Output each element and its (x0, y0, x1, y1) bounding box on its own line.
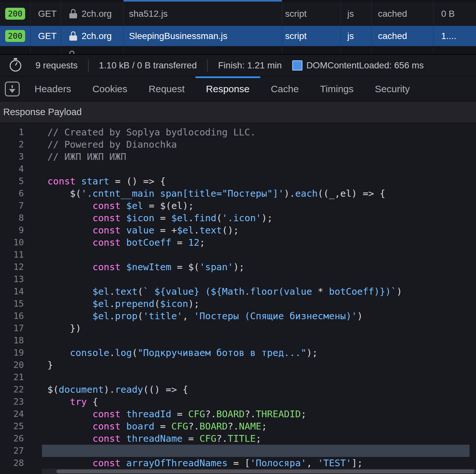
code-token: prop (115, 311, 138, 321)
code-token: { (87, 396, 98, 407)
line-content: $el.prepend($icon); (42, 298, 470, 310)
tab-request[interactable]: Request (138, 76, 195, 101)
code-token: // Created by Soplya bydlocoding LLC. (47, 127, 256, 138)
network-row-partial-bottom (0, 46, 476, 55)
code-token: try (70, 396, 87, 407)
code-token: value (126, 225, 154, 236)
response-payload-header[interactable]: Response Payload (0, 102, 476, 123)
code-token: 'Постеры (Спящие бизнесмены)' (194, 311, 357, 321)
initiator-cell (282, 46, 341, 54)
network-request-row[interactable]: 200GET2ch.orgSleepingBusinessman.jsscrip… (0, 26, 476, 46)
response-payload-title: Response Payload (3, 107, 82, 117)
code-token: . (109, 311, 115, 321)
code-token (121, 421, 126, 432)
code-token: . (194, 225, 199, 236)
code-line: 22$(document).ready(() => { (0, 383, 476, 396)
code-token (47, 433, 93, 444)
code-token: ]; (352, 458, 363, 469)
line-number: 24 (0, 408, 42, 420)
code-token: // Powered by Dianochka (47, 139, 177, 150)
tab-cache[interactable]: Cache (260, 76, 310, 101)
line-number: 13 (0, 273, 42, 285)
code-token: . (109, 286, 115, 297)
code-token: = (154, 212, 171, 223)
line-number: 3 (0, 151, 42, 163)
code-token: '.cntnt__main span[title="Постеры"]' (81, 188, 284, 199)
code-token (47, 421, 93, 432)
code-token (121, 200, 126, 211)
code-line: 7 const $el = $(el); (0, 200, 476, 212)
lock-body (69, 35, 77, 41)
code-token: CFG (199, 433, 216, 444)
code-token: ). (104, 384, 115, 395)
tab-timings[interactable]: Timings (309, 76, 364, 101)
code-token: "Подкручиваем ботов в тред..." (137, 347, 306, 358)
lock-shackle (71, 31, 76, 35)
code-token: arrayOfThreadNames (126, 458, 227, 469)
summary-bar: 9 requests 1.10 kB / 0 B transferred Fin… (0, 55, 476, 76)
size-cell: 0 B (433, 2, 476, 25)
size-cell (433, 46, 476, 54)
horizontal-scrollbar[interactable] (42, 469, 476, 474)
initiator-cell: script (282, 26, 341, 46)
domcontentloaded-swatch-icon (292, 60, 302, 71)
tab-cookies[interactable]: Cookies (82, 76, 138, 101)
line-content: $(document).ready(() => { (42, 383, 470, 396)
code-token: . (109, 347, 115, 358)
code-token: ?. (216, 433, 228, 444)
code-line: 2// Powered by Dianochka (0, 138, 476, 151)
file-cell (124, 0, 282, 2)
transferred-cell (372, 46, 433, 54)
lock-shackle (71, 9, 76, 13)
line-content: const threadName = CFG?.TITLE; (42, 432, 470, 445)
code-token: log (115, 347, 132, 358)
code-token: ); (262, 212, 273, 223)
panel-toggle-icon[interactable] (5, 82, 20, 96)
line-content (42, 249, 470, 261)
line-number: 28 (0, 457, 42, 469)
network-request-row[interactable]: 200GET2ch.orgsha512.jsscriptjscached0 B (0, 2, 476, 26)
line-number: 10 (0, 236, 42, 249)
status-cell (0, 46, 31, 54)
code-token: $icon (160, 298, 188, 309)
code-token: board (126, 421, 154, 432)
code-token: each (295, 188, 318, 199)
code-token: ( (132, 347, 137, 358)
code-token: botCoeff (126, 237, 171, 248)
line-number: 6 (0, 187, 42, 200)
network-request-rows-mount: 200GET2ch.orgsha512.jsscriptjscached0 B2… (0, 2, 476, 46)
code-token: ?. (228, 421, 239, 432)
code-token: , (183, 311, 194, 321)
code-token: $el (171, 212, 188, 223)
tab-security[interactable]: Security (364, 76, 420, 101)
code-token: ?. (244, 409, 256, 420)
horizontal-scrollbar-thumb[interactable] (56, 469, 475, 473)
code-token: = $( (171, 262, 199, 272)
domain-cell: 2ch.org (61, 26, 124, 46)
code-token: const (93, 225, 121, 236)
code-line: 19 console.log("Подкручиваем ботов в тре… (0, 347, 476, 359)
code-token: * (318, 286, 323, 297)
line-number: 7 (0, 200, 42, 212)
code-token: (() => { (143, 384, 188, 395)
domain-cell (61, 46, 124, 54)
code-token: const (93, 458, 121, 469)
code-token: $( (47, 384, 59, 395)
network-request-list: 200GET2ch.orgsha512.jsscriptjscached0 B2… (0, 0, 476, 55)
code-lines: 1// Created by Soplya bydlocoding LLC.2/… (0, 126, 476, 469)
code-token: = [ (228, 458, 250, 469)
line-content: const start = () => { (42, 175, 470, 187)
line-content (42, 163, 470, 175)
tab-headers[interactable]: Headers (24, 76, 82, 101)
line-content: console.log("Подкручиваем ботов в тред..… (42, 347, 470, 359)
line-number: 17 (0, 322, 42, 334)
transferred-summary: 1.10 kB / 0 B transferred (99, 60, 197, 71)
code-token: $icon (126, 212, 154, 223)
initiator-cell (282, 0, 341, 2)
lock-icon (69, 31, 77, 41)
code-line: 26 const threadName = CFG?.TITLE; (0, 432, 476, 445)
tab-response[interactable]: Response (195, 76, 260, 101)
line-number: 2 (0, 138, 42, 151)
response-code-viewer[interactable]: 1// Created by Soplya bydlocoding LLC.2/… (0, 123, 476, 474)
line-number: 19 (0, 347, 42, 359)
